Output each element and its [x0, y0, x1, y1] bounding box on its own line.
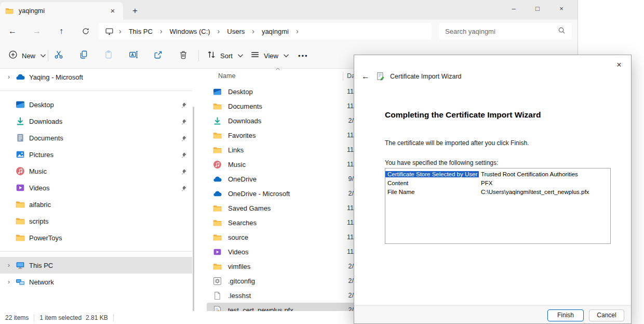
tab-title: yaqingmi [19, 7, 108, 15]
setting-value: C:\Users\yaqingmi\test_cert_newplus.pfx [479, 189, 610, 195]
file-list: Desktop11Documents11Downloads2/Favorites… [207, 84, 356, 317]
sidebar-item-powertoys[interactable]: PowerToys [0, 229, 192, 246]
search-input[interactable]: Search yaqingmi [439, 23, 572, 40]
setting-key: Content [385, 180, 479, 186]
pin-icon [180, 135, 187, 141]
file-row-searches[interactable]: Searches11 [207, 215, 356, 230]
navigation-pane: ›Yaqing - MicrosoftDesktopDownloadsDocum… [0, 69, 192, 311]
sort-arrows-icon [207, 50, 216, 61]
desktop-icon [213, 87, 222, 96]
file-row-vimfiles[interactable]: vimfiles2/ [207, 259, 356, 274]
breadcrumb-item-users[interactable]: Users [224, 26, 248, 37]
chevron-right-icon: › [4, 278, 14, 286]
wizard-heading: Completing the Certificate Import Wizard [385, 110, 541, 120]
cut-button[interactable] [50, 47, 68, 64]
setting-row-file-name[interactable]: File NameC:\Users\yaqingmi\test_cert_new… [385, 187, 610, 196]
file-row-downloads[interactable]: Downloads2/ [207, 113, 356, 128]
rename-button[interactable] [125, 47, 142, 64]
settings-label: You have specified the following setting… [385, 159, 498, 166]
dialog-close-icon[interactable]: × [613, 59, 625, 71]
explorer-tab[interactable]: yaqingmi × [0, 2, 123, 20]
file-row-music[interactable]: Music11 [207, 157, 356, 172]
setting-row-content[interactable]: ContentPFX [385, 178, 610, 187]
folder-icon [213, 233, 222, 242]
paste-icon [104, 50, 113, 61]
close-button[interactable]: × [549, 0, 573, 18]
sidebar-item-aifabric[interactable]: aifabric [0, 196, 192, 213]
folder-icon [16, 233, 25, 242]
videos-icon [213, 248, 222, 256]
tab-close-icon[interactable]: × [108, 6, 118, 16]
breadcrumb-item-windows-c[interactable]: Windows (C:) [167, 26, 213, 37]
pictures-icon [16, 150, 25, 159]
delete-button[interactable] [175, 47, 192, 64]
sidebar-scrollbar[interactable] [193, 107, 194, 324]
chevron-right-icon: › [115, 27, 126, 35]
finish-button[interactable]: Finish [547, 309, 584, 321]
selection-count: 1 item selected [39, 314, 82, 321]
new-tab-button[interactable]: + [129, 5, 141, 18]
more-options-button[interactable]: ••• [294, 47, 313, 64]
share-button[interactable] [150, 47, 167, 64]
sidebar-item-network[interactable]: ›Network [0, 274, 192, 290]
view-list-icon [250, 50, 260, 61]
pin-icon [180, 101, 187, 108]
sidebar-item-music[interactable]: Music [0, 163, 192, 179]
copy-button[interactable] [75, 47, 92, 64]
column-name[interactable]: Name [218, 72, 235, 80]
sidebar-item-desktop[interactable]: Desktop [0, 96, 192, 113]
file-row-saved-games[interactable]: Saved Games11 [207, 201, 356, 215]
file-row-onedrive-microsoft[interactable]: OneDrive - Microsoft2/ [207, 186, 356, 201]
forward-button[interactable]: → [29, 23, 45, 40]
pin-icon [180, 185, 187, 191]
chevron-right-icon: › [292, 27, 303, 35]
file-row-desktop[interactable]: Desktop11 [207, 84, 356, 99]
file-row-documents[interactable]: Documents11 [207, 99, 356, 113]
music-icon [213, 160, 222, 169]
sidebar-item-scripts[interactable]: scripts [0, 213, 192, 229]
sidebar-item-yaqing-microsoft[interactable]: ›Yaqing - Microsoft [0, 69, 192, 85]
sidebar-item-videos[interactable]: Videos [0, 179, 192, 196]
sort-button[interactable]: Sort [203, 47, 249, 64]
sidebar-divider [0, 90, 192, 91]
sidebar-item-pictures[interactable]: Pictures [0, 146, 192, 163]
certificate-import-wizard-dialog: × ← Certificate Import Wizard Completing… [354, 55, 632, 324]
network-icon [16, 277, 25, 287]
file-row-favorites[interactable]: Favorites11 [207, 128, 356, 142]
sidebar-item-this-pc[interactable]: ›This PC [0, 257, 192, 274]
breadcrumb-item-yaqingmi[interactable]: yaqingmi [259, 26, 292, 37]
paste-button[interactable] [100, 47, 117, 64]
chevron-right-icon: › [4, 262, 14, 269]
chevron-right-icon: › [248, 27, 259, 35]
breadcrumb[interactable]: › This PC›Windows (C:)›Users›yaqingmi› [99, 23, 432, 40]
setting-row-certificate-store-selected-by-user[interactable]: Certificate Store Selected by UserTruste… [385, 170, 610, 178]
cloud-icon [213, 175, 222, 184]
file-row-videos[interactable]: Videos11 [207, 244, 356, 259]
setting-key: Certificate Store Selected by User [385, 171, 479, 177]
folder-icon [213, 102, 222, 111]
thispc-icon [16, 261, 25, 270]
sidebar-item-downloads[interactable]: Downloads [0, 113, 192, 129]
file-row-source[interactable]: source11 [207, 230, 356, 244]
setting-value: Trusted Root Certification Authorities [479, 171, 610, 177]
back-button[interactable]: ← [4, 23, 21, 40]
file-row-lesshst[interactable]: .lesshst2/ [207, 288, 356, 303]
downloads-icon [213, 116, 222, 125]
sidebar-item-documents[interactable]: Documents [0, 129, 192, 146]
wizard-back-button[interactable]: ← [361, 72, 370, 81]
refresh-button[interactable] [77, 23, 94, 40]
gear-icon [213, 277, 222, 286]
cancel-button[interactable]: Cancel [589, 309, 624, 321]
breadcrumb-item-this-pc[interactable]: This PC [126, 26, 156, 37]
dialog-footer: Finish Cancel [354, 305, 631, 323]
file-row-links[interactable]: Links11 [207, 142, 356, 157]
view-button[interactable]: View [246, 47, 295, 64]
file-row-onedrive[interactable]: OneDrive9/ [207, 172, 356, 186]
new-button[interactable]: New [4, 47, 52, 64]
up-button[interactable]: ↑ [53, 23, 70, 40]
minimize-button[interactable]: – [502, 0, 526, 18]
file-row-gitconfig[interactable]: .gitconfig2/ [207, 274, 356, 288]
column-headers: Name Da [208, 70, 356, 83]
navigation-bar: ← → ↑ › This PC›Windows (C:)›Users›yaqin… [0, 20, 578, 43]
maximize-button[interactable]: □ [526, 0, 549, 18]
